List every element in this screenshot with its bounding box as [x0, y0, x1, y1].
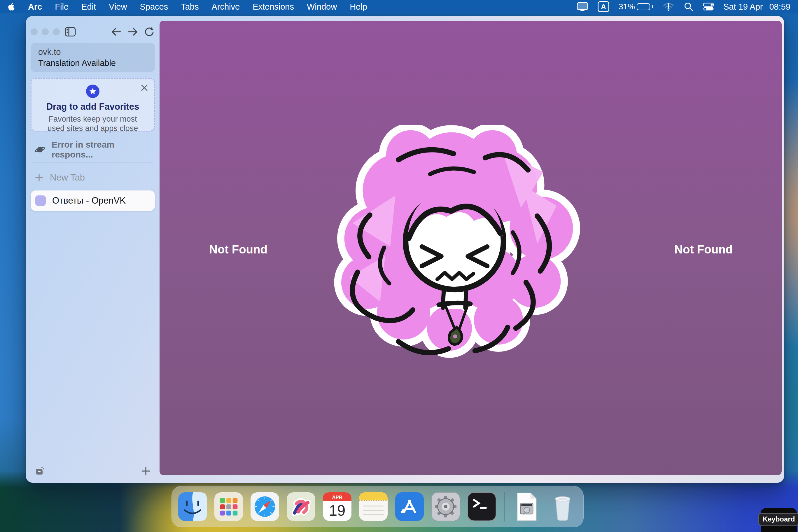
sidebar-nav-row	[31, 25, 155, 38]
menu-item-window[interactable]: Window	[307, 2, 337, 12]
planet-icon	[35, 145, 45, 155]
web-page-content: Not Found Not Found	[159, 21, 782, 475]
sidebar-bottom-bar	[35, 466, 151, 476]
close-window-button[interactable]	[31, 28, 38, 35]
forward-arrow-icon[interactable]	[127, 26, 138, 38]
dock-item-calendar[interactable]: APR19	[323, 492, 352, 521]
search-icon[interactable]	[684, 2, 694, 12]
dock-item-finder[interactable]	[178, 492, 207, 521]
desktop: Arc File Edit View Spaces Tabs Archive E…	[0, 0, 798, 532]
menu-item-help[interactable]: Help	[350, 2, 367, 12]
gift-icon[interactable]	[35, 466, 45, 476]
dock-item-terminal[interactable]	[468, 492, 496, 521]
battery-percent: 31%	[619, 2, 635, 12]
new-tab-label: New Tab	[50, 172, 85, 183]
menu-item-extensions[interactable]: Extensions	[252, 2, 294, 12]
calendar-day: 19	[329, 502, 346, 519]
calendar-month: APR	[332, 495, 342, 500]
dock-item-launchpad[interactable]	[214, 492, 243, 521]
sidebar-divider	[32, 162, 153, 163]
translation-status: Translation Available	[38, 57, 147, 69]
arc-browser-window: ovk.to Translation Available Drag to add…	[26, 16, 784, 483]
menu-time: 08:59	[769, 2, 791, 12]
star-icon	[86, 84, 99, 98]
wifi-warning-icon[interactable]	[663, 2, 674, 12]
zoom-window-button[interactable]	[53, 28, 60, 35]
menu-clock[interactable]: Sat 19 Apr 08:59	[723, 2, 791, 12]
back-arrow-icon[interactable]	[111, 26, 122, 38]
dock: APR19	[171, 486, 584, 527]
tab-favicon	[35, 195, 46, 206]
error-tab-label: Error in stream respons...	[52, 140, 151, 159]
menu-app-name[interactable]: Arc	[28, 2, 42, 12]
keyboard-indicator-badge[interactable]: Keyboard	[761, 508, 797, 532]
url-bar[interactable]: ovk.to Translation Available	[31, 43, 155, 72]
sidebar-item-error-tab[interactable]: Error in stream respons...	[31, 141, 155, 158]
url-domain: ovk.to	[38, 46, 147, 57]
new-tab-button[interactable]: New Tab	[31, 169, 155, 186]
close-icon[interactable]	[139, 83, 149, 93]
dock-item-settings[interactable]	[431, 492, 460, 521]
menu-bar: Arc File Edit View Spaces Tabs Archive E…	[0, 0, 798, 14]
favorites-card-title: Drag to add Favorites	[32, 101, 154, 112]
menu-item-file[interactable]: File	[55, 2, 69, 12]
menu-item-edit[interactable]: Edit	[81, 2, 96, 12]
dock-item-trash[interactable]	[548, 492, 577, 521]
favorites-card-description: Favorites keep your most used sites and …	[32, 114, 154, 133]
keyboard-layout-icon[interactable]: A	[597, 1, 609, 12]
favorites-drop-card: Drag to add Favorites Favorites keep you…	[31, 78, 155, 132]
broken-image-alt-left: Not Found	[209, 243, 267, 256]
control-center-icon[interactable]	[703, 3, 714, 11]
minimize-window-button[interactable]	[42, 28, 49, 35]
keyboard-indicator-label: Keyboard	[758, 513, 798, 526]
menu-item-view[interactable]: View	[109, 2, 127, 12]
new-space-plus-icon[interactable]	[141, 466, 151, 476]
menu-date: Sat 19 Apr	[723, 2, 763, 12]
plus-icon	[35, 173, 43, 182]
battery-icon[interactable]: 31%	[619, 2, 653, 12]
broken-image-alt-right: Not Found	[674, 243, 733, 256]
reload-icon[interactable]	[143, 26, 155, 38]
dock-item-arc[interactable]	[287, 492, 315, 521]
display-icon[interactable]	[577, 2, 588, 12]
menu-item-tabs[interactable]: Tabs	[181, 2, 198, 12]
sidebar: ovk.to Translation Available Drag to add…	[26, 16, 159, 483]
sidebar-tab-openvk[interactable]: Ответы - OpenVK	[31, 190, 155, 211]
menu-item-archive[interactable]: Archive	[211, 2, 240, 12]
pink-haired-character-sticker	[323, 125, 588, 360]
dock-item-safari[interactable]	[250, 492, 279, 521]
dock-item-notes[interactable]	[359, 492, 387, 521]
dock-divider	[504, 492, 505, 521]
menu-item-spaces[interactable]: Spaces	[140, 2, 168, 12]
dock-item-disk-image[interactable]	[512, 492, 541, 521]
tab-label: Ответы - OpenVK	[52, 195, 126, 206]
apple-logo-icon[interactable]	[7, 2, 15, 11]
sidebar-toggle-icon[interactable]	[64, 26, 76, 38]
dock-item-app-store[interactable]	[395, 492, 424, 521]
